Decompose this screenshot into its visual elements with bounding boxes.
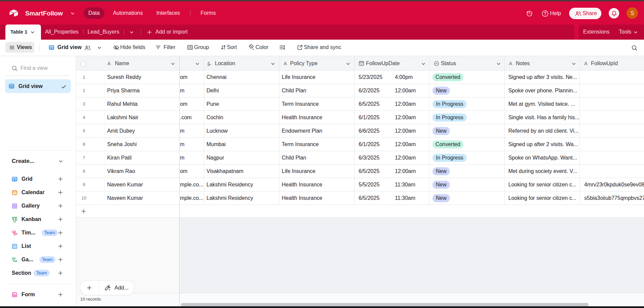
svg-text:31: 31	[360, 63, 363, 65]
svg-text:A: A	[208, 61, 210, 64]
svg-text:31: 31	[13, 192, 16, 194]
